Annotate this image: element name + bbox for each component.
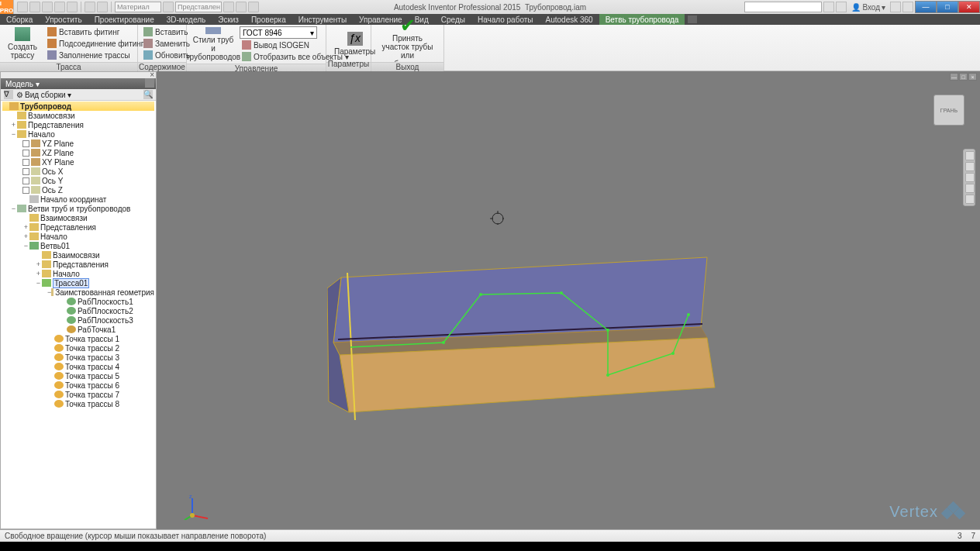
nav-orbit-icon[interactable] bbox=[965, 184, 975, 193]
tree-rel3[interactable]: Взаимосвязи bbox=[2, 250, 154, 260]
tree-xy-plane[interactable]: XY Plane bbox=[2, 157, 154, 167]
tree-rp8[interactable]: Точка трассы 8 bbox=[2, 399, 154, 408]
svg-point-10 bbox=[606, 374, 609, 377]
qat-home-icon[interactable] bbox=[85, 2, 95, 12]
help-icon[interactable] bbox=[902, 2, 913, 12]
panel-exit: ✔ Принять участок трубы или трубопровода… bbox=[371, 25, 444, 71]
doc-min-button[interactable]: — bbox=[950, 73, 958, 81]
qat-undo-icon[interactable] bbox=[54, 2, 65, 12]
doc-max-button[interactable]: □ bbox=[959, 73, 968, 81]
qat-extra-icon[interactable] bbox=[248, 2, 259, 12]
doc-close-button[interactable]: × bbox=[968, 73, 977, 81]
tree-wp3[interactable]: РабПлоскость3 bbox=[2, 315, 154, 325]
tree-root[interactable]: Трубопровод bbox=[2, 102, 154, 111]
model-tree[interactable]: Трубопровод Взаимосвязи +Представления −… bbox=[1, 101, 156, 529]
tree-rel2[interactable]: Взаимосвязи bbox=[2, 213, 154, 222]
pipe-styles-button[interactable]: Стили труб и трубопроводов bbox=[190, 27, 236, 61]
qat-save-icon[interactable] bbox=[42, 2, 53, 12]
standard-combo[interactable]: ГОСТ 8946▾ bbox=[240, 26, 317, 39]
tree-origin[interactable]: −Начало bbox=[2, 129, 154, 139]
filter-icon[interactable]: ∇ bbox=[4, 90, 13, 99]
fitting-icon bbox=[47, 27, 57, 36]
replace-button[interactable]: Заменить bbox=[141, 38, 192, 49]
material-dropdown[interactable]: Материал bbox=[115, 2, 161, 12]
tree-xz-plane[interactable]: XZ Plane bbox=[2, 148, 154, 157]
tab-pipe-run[interactable]: Ветвь трубопровода bbox=[599, 14, 685, 25]
viewport-3d[interactable]: — □ × ГРАНЬ bbox=[157, 71, 980, 529]
appearance-dropdown[interactable]: Представлен bbox=[175, 2, 222, 12]
tab-design[interactable]: Проектирование bbox=[88, 14, 160, 25]
find-icon[interactable]: 🔍 bbox=[143, 90, 153, 99]
tree-x-axis[interactable]: Ось X bbox=[2, 167, 154, 176]
tree-rp1[interactable]: Точка трассы 1 bbox=[2, 334, 154, 343]
qat-fx-icon[interactable] bbox=[236, 2, 247, 12]
tree-center-point[interactable]: Начало координат bbox=[2, 195, 154, 204]
qat-open-icon[interactable] bbox=[29, 2, 40, 12]
tree-pipe-runs[interactable]: −Ветви труб и трубопроводов bbox=[2, 204, 154, 213]
app-logo[interactable]: IPRO bbox=[0, 0, 14, 14]
browser-header[interactable]: Модель ▾ bbox=[1, 78, 156, 89]
tree-rp7[interactable]: Точка трассы 7 bbox=[2, 390, 154, 399]
help-search-input[interactable] bbox=[744, 2, 822, 12]
nav-pan-icon[interactable] bbox=[965, 162, 975, 171]
browser-config-icon[interactable] bbox=[145, 78, 154, 88]
create-route-button[interactable]: Создать трассу bbox=[3, 26, 42, 60]
tree-origin2[interactable]: +Начало bbox=[2, 232, 154, 241]
update-button[interactable]: Обновить bbox=[141, 50, 192, 60]
tree-z-axis[interactable]: Ось Z bbox=[2, 185, 154, 195]
viewcube[interactable]: ГРАНЬ bbox=[933, 95, 964, 126]
ribbon-appearance-icon[interactable] bbox=[688, 15, 697, 23]
signin-button[interactable]: 👤 Вход ▾ bbox=[848, 3, 889, 12]
tree-relationships[interactable]: Взаимосвязи bbox=[2, 111, 154, 120]
tree-wp2[interactable]: РабПлоскость2 bbox=[2, 306, 154, 315]
insert-button[interactable]: Вставить bbox=[141, 26, 192, 37]
tab-environments[interactable]: Среды bbox=[435, 14, 471, 25]
panel-manage: Стили труб и трубопроводов ГОСТ 8946▾ Вы… bbox=[187, 25, 326, 71]
qat-select-icon[interactable] bbox=[97, 2, 108, 12]
tree-rp5[interactable]: Точка трассы 5 bbox=[2, 371, 154, 381]
connect-icon bbox=[47, 39, 57, 48]
tab-getstarted[interactable]: Начало работы bbox=[471, 14, 540, 25]
tree-wpt1[interactable]: РабТочка1 bbox=[2, 325, 154, 334]
tree-rep3[interactable]: +Представления bbox=[2, 260, 154, 269]
browser-filter-dropdown[interactable]: ⚙ Вид сборки ▾ bbox=[16, 91, 71, 99]
tree-y-axis[interactable]: Ось Y bbox=[2, 176, 154, 185]
window-maximize-button[interactable]: □ bbox=[937, 1, 958, 13]
tab-3dmodel[interactable]: 3D-модель bbox=[160, 14, 212, 25]
tree-rp6[interactable]: Точка трассы 6 bbox=[2, 381, 154, 390]
tree-rep2[interactable]: +Представления bbox=[2, 222, 154, 232]
tree-run1[interactable]: −Ветвь01 bbox=[2, 241, 154, 250]
qat-material-picker-icon[interactable] bbox=[163, 2, 174, 12]
tab-inspect[interactable]: Проверка bbox=[245, 14, 292, 25]
nav-wheel-icon[interactable] bbox=[965, 151, 975, 160]
qat-new-icon[interactable] bbox=[17, 2, 28, 12]
tab-assembly[interactable]: Сборка bbox=[0, 14, 39, 25]
qat-appearance-picker-icon[interactable] bbox=[223, 2, 234, 12]
tree-borrowed-geom[interactable]: −Заимствованная геометрия bbox=[2, 288, 154, 297]
exchange-icon[interactable] bbox=[890, 2, 901, 12]
tree-origin3[interactable]: +Начало bbox=[2, 269, 154, 278]
tree-rp2[interactable]: Точка трассы 2 bbox=[2, 343, 154, 353]
ribbon: Создать трассу Вставить фитинг Подсоедин… bbox=[0, 25, 980, 71]
nav-zoom-icon[interactable] bbox=[965, 173, 975, 182]
isogen-icon bbox=[242, 40, 251, 50]
finish-button[interactable]: ✔ Принять участок трубы или трубопровода bbox=[374, 26, 440, 60]
tree-rp4[interactable]: Точка трассы 4 bbox=[2, 362, 154, 371]
tree-rp3[interactable]: Точка трассы 3 bbox=[2, 353, 154, 362]
search-icon[interactable] bbox=[823, 2, 834, 12]
tab-simplify[interactable]: Упростить bbox=[39, 14, 88, 25]
tree-wp1[interactable]: РабПлоскость1 bbox=[2, 297, 154, 306]
title-bar: IPRO Материал Представлен Autodesk Inven… bbox=[0, 0, 980, 14]
browser-close-button[interactable] bbox=[1, 72, 156, 78]
tab-a360[interactable]: Autodesk 360 bbox=[540, 14, 599, 25]
nav-lookat-icon[interactable] bbox=[965, 195, 975, 204]
qat-redo-icon[interactable] bbox=[67, 2, 78, 12]
window-minimize-button[interactable]: — bbox=[915, 1, 937, 13]
tree-route1[interactable]: −Трасса01 bbox=[2, 278, 154, 288]
tab-sketch[interactable]: Эскиз bbox=[212, 14, 245, 25]
window-close-button[interactable]: ✕ bbox=[958, 1, 980, 13]
tree-yz-plane[interactable]: YZ Plane bbox=[2, 139, 154, 148]
tree-representations[interactable]: +Представления bbox=[2, 120, 154, 129]
key-icon[interactable] bbox=[836, 2, 847, 12]
tab-tools[interactable]: Инструменты bbox=[292, 14, 353, 25]
